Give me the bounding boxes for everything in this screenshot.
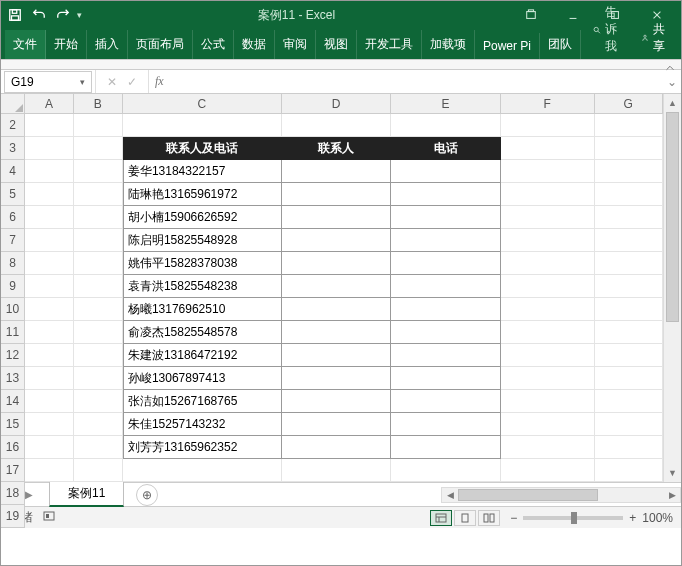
cell-A6[interactable] [25, 206, 74, 229]
tab-data[interactable]: 数据 [234, 30, 275, 59]
cell-C5[interactable]: 陆琳艳13165961972 [123, 183, 282, 206]
cell-A5[interactable] [25, 183, 74, 206]
cell-D13[interactable] [282, 367, 391, 390]
tab-addins[interactable]: 加载项 [422, 30, 475, 59]
column-header-B[interactable]: B [74, 94, 123, 114]
sheet-next-icon[interactable]: ▶ [25, 489, 33, 500]
cell-C6[interactable]: 胡小楠15906626592 [123, 206, 282, 229]
tab-layout[interactable]: 页面布局 [128, 30, 193, 59]
cell-F15[interactable] [501, 413, 595, 436]
row-header-7[interactable]: 7 [1, 229, 25, 252]
cell-F12[interactable] [501, 344, 595, 367]
cell-C7[interactable]: 陈启明15825548928 [123, 229, 282, 252]
cell-B17[interactable] [74, 459, 123, 482]
cell-A4[interactable] [25, 160, 74, 183]
cell-C8[interactable]: 姚伟平15828378038 [123, 252, 282, 275]
cell-E10[interactable] [391, 298, 500, 321]
cell-B8[interactable] [74, 252, 123, 275]
zoom-slider[interactable] [523, 516, 623, 520]
row-header-3[interactable]: 3 [1, 137, 25, 160]
vertical-scroll-thumb[interactable] [666, 112, 679, 322]
tab-insert[interactable]: 插入 [87, 30, 128, 59]
cell-C3[interactable]: 联系人及电话 [123, 137, 282, 160]
cell-A8[interactable] [25, 252, 74, 275]
cell-D15[interactable] [282, 413, 391, 436]
cell-G9[interactable] [595, 275, 663, 298]
cell-G14[interactable] [595, 390, 663, 413]
cell-D8[interactable] [282, 252, 391, 275]
cell-B5[interactable] [74, 183, 123, 206]
cell-C11[interactable]: 俞凌杰15825548578 [123, 321, 282, 344]
cell-B13[interactable] [74, 367, 123, 390]
cell-G13[interactable] [595, 367, 663, 390]
cell-B16[interactable] [74, 436, 123, 459]
save-icon[interactable] [5, 5, 25, 25]
horizontal-scroll-thumb[interactable] [458, 489, 598, 501]
cell-C15[interactable]: 朱佳15257143232 [123, 413, 282, 436]
cell-A7[interactable] [25, 229, 74, 252]
cell-F14[interactable] [501, 390, 595, 413]
cell-C4[interactable]: 姜华13184322157 [123, 160, 282, 183]
cell-D14[interactable] [282, 390, 391, 413]
cell-D9[interactable] [282, 275, 391, 298]
cell-C9[interactable]: 袁青洪15825548238 [123, 275, 282, 298]
cell-A13[interactable] [25, 367, 74, 390]
cell-C16[interactable]: 刘芳芳13165962352 [123, 436, 282, 459]
cell-E9[interactable] [391, 275, 500, 298]
tab-formulas[interactable]: 公式 [193, 30, 234, 59]
view-normal-icon[interactable] [430, 510, 452, 526]
cell-F11[interactable] [501, 321, 595, 344]
column-header-G[interactable]: G [595, 94, 663, 114]
cell-B7[interactable] [74, 229, 123, 252]
column-header-D[interactable]: D [282, 94, 391, 114]
cell-C2[interactable] [123, 114, 282, 137]
horizontal-scrollbar[interactable]: ◀ ▶ [441, 487, 681, 503]
tab-developer[interactable]: 开发工具 [357, 30, 422, 59]
cell-E8[interactable] [391, 252, 500, 275]
cell-F10[interactable] [501, 298, 595, 321]
cell-A12[interactable] [25, 344, 74, 367]
row-header-5[interactable]: 5 [1, 183, 25, 206]
column-header-E[interactable]: E [391, 94, 500, 114]
row-header-19[interactable]: 19 [1, 505, 25, 528]
fx-icon[interactable]: fx [149, 74, 170, 89]
cell-F9[interactable] [501, 275, 595, 298]
cell-E7[interactable] [391, 229, 500, 252]
name-box-dropdown-icon[interactable]: ▾ [80, 77, 85, 87]
tab-powerpivot[interactable]: Power Pi [475, 33, 540, 59]
cell-B15[interactable] [74, 413, 123, 436]
cell-B9[interactable] [74, 275, 123, 298]
cell-E17[interactable] [391, 459, 500, 482]
cell-G4[interactable] [595, 160, 663, 183]
row-header-16[interactable]: 16 [1, 436, 25, 459]
cell-E6[interactable] [391, 206, 500, 229]
cell-D6[interactable] [282, 206, 391, 229]
cell-A15[interactable] [25, 413, 74, 436]
cell-B2[interactable] [74, 114, 123, 137]
view-page-break-icon[interactable] [478, 510, 500, 526]
cell-B10[interactable] [74, 298, 123, 321]
cell-C17[interactable] [123, 459, 282, 482]
tab-review[interactable]: 审阅 [275, 30, 316, 59]
cell-G7[interactable] [595, 229, 663, 252]
cell-G6[interactable] [595, 206, 663, 229]
row-header-4[interactable]: 4 [1, 160, 25, 183]
row-header-6[interactable]: 6 [1, 206, 25, 229]
row-header-9[interactable]: 9 [1, 275, 25, 298]
row-header-15[interactable]: 15 [1, 413, 25, 436]
column-header-C[interactable]: C [123, 94, 282, 114]
select-all-button[interactable] [1, 94, 25, 114]
cell-F3[interactable] [501, 137, 595, 160]
cell-A14[interactable] [25, 390, 74, 413]
view-page-layout-icon[interactable] [454, 510, 476, 526]
cell-A16[interactable] [25, 436, 74, 459]
cell-A2[interactable] [25, 114, 74, 137]
cell-C14[interactable]: 张洁如15267168765 [123, 390, 282, 413]
cell-C10[interactable]: 杨曦13176962510 [123, 298, 282, 321]
redo-icon[interactable] [53, 5, 73, 25]
scroll-up-icon[interactable]: ▲ [664, 94, 681, 112]
cell-E16[interactable] [391, 436, 500, 459]
cell-G17[interactable] [595, 459, 663, 482]
cell-F4[interactable] [501, 160, 595, 183]
row-header-17[interactable]: 17 [1, 459, 25, 482]
